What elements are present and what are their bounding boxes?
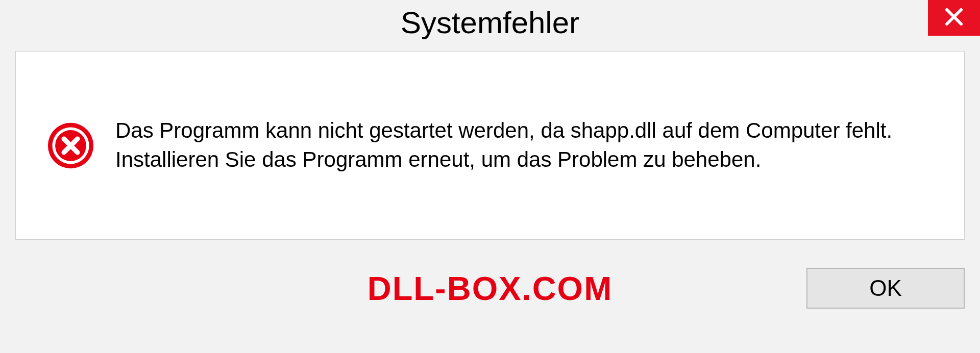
error-dialog: Systemfehler Das Programm kann nicht ges… xyxy=(0,0,980,353)
error-icon xyxy=(46,121,95,170)
dialog-title: Systemfehler xyxy=(401,5,579,40)
close-button[interactable] xyxy=(928,0,980,36)
titlebar: Systemfehler xyxy=(0,0,980,51)
content-area: Das Programm kann nicht gestartet werden… xyxy=(15,51,965,240)
ok-button[interactable]: OK xyxy=(806,268,965,309)
footer: DLL-BOX.COM OK xyxy=(0,240,980,337)
watermark-text: DLL-BOX.COM xyxy=(368,269,613,308)
ok-button-label: OK xyxy=(869,275,902,301)
close-icon xyxy=(944,7,964,29)
error-message: Das Programm kann nicht gestartet werden… xyxy=(115,116,934,174)
